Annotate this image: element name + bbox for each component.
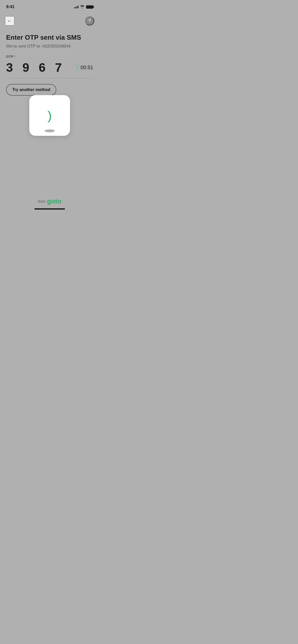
otp-value[interactable]: 3 9 6 7 — [6, 61, 65, 75]
nav-bar: ← ? — [0, 13, 99, 28]
divider — [6, 78, 93, 78]
spinner-icon: ) — [48, 109, 52, 123]
try-another-method-button[interactable]: Try another method — [6, 84, 56, 96]
from-label: from — [38, 199, 46, 203]
status-time: 9:41 — [6, 4, 15, 9]
help-button[interactable]: ? — [85, 16, 94, 25]
otp-row: 3 9 6 7 ☽ 00:51 — [6, 61, 93, 75]
status-icons — [74, 5, 93, 9]
home-indicator — [34, 208, 65, 210]
brand-attribution: from goto — [38, 197, 61, 205]
wifi-icon — [80, 5, 85, 9]
otp-required-marker: * — [14, 55, 16, 58]
battery-icon — [86, 5, 93, 9]
timer-icon: ☽ — [73, 64, 79, 71]
otp-label: OTP* — [6, 55, 93, 58]
status-bar: 9:41 — [0, 0, 99, 12]
subtitle: We've sent OTP to +916355048844 — [6, 44, 93, 49]
back-button[interactable]: ← — [5, 16, 14, 25]
main-content: Enter OTP sent via SMS We've sent OTP to… — [0, 28, 99, 96]
footer: from goto — [0, 197, 99, 210]
page-title: Enter OTP sent via SMS — [6, 34, 93, 41]
back-arrow-icon: ← — [7, 18, 12, 24]
goto-brand-logo: goto — [47, 197, 61, 205]
help-icon: ? — [88, 19, 91, 23]
timer-container: ☽ 00:51 — [73, 64, 93, 71]
spinner-shadow — [45, 129, 55, 132]
signal-icon — [74, 5, 78, 8]
timer-value: 00:51 — [80, 65, 93, 70]
